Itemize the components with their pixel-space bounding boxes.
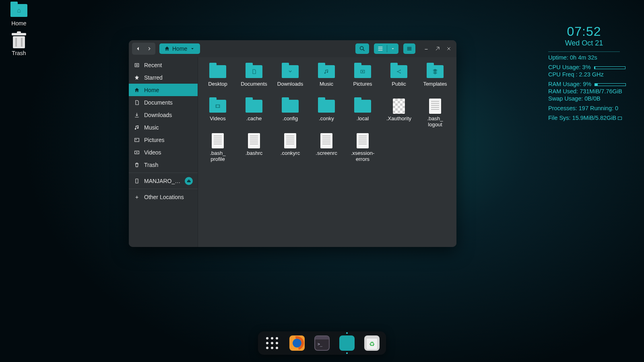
- chevron-down-icon: [390, 46, 395, 51]
- dock-firefox[interactable]: [289, 335, 305, 351]
- download-icon: [134, 112, 140, 118]
- file-item[interactable]: Public: [381, 62, 417, 97]
- sidebar: RecentStarredHomeDocumentsDownloadsMusic…: [129, 57, 198, 247]
- arrow-left-icon: [135, 46, 141, 51]
- star-icon: [134, 75, 140, 80]
- minimize-button[interactable]: [422, 44, 431, 53]
- svg-point-4: [136, 139, 136, 140]
- svg-point-2: [136, 64, 138, 66]
- file-label: .local: [357, 116, 369, 122]
- file-item[interactable]: .cache: [236, 97, 272, 131]
- folder-icon: [209, 100, 226, 113]
- file-item[interactable]: Downloads: [272, 62, 308, 97]
- document-icon: [320, 133, 332, 148]
- maximize-button[interactable]: [433, 44, 442, 53]
- file-item[interactable]: .Xauthority: [381, 97, 417, 131]
- sidebar-item-trash[interactable]: Trash: [129, 158, 198, 171]
- file-label: Pictures: [353, 81, 372, 87]
- folder-icon: [427, 65, 444, 78]
- file-item[interactable]: Documents: [236, 62, 272, 97]
- file-item[interactable]: .conkyrc: [272, 131, 308, 166]
- folder-icon: [354, 100, 371, 113]
- file-label: .config: [283, 116, 298, 122]
- file-item[interactable]: .local: [345, 97, 381, 131]
- sidebar-item-label: Home: [144, 87, 159, 93]
- picture-icon: [134, 137, 140, 143]
- folder-icon: [246, 65, 262, 78]
- file-item[interactable]: .config: [272, 97, 308, 131]
- path-label: Home: [172, 45, 187, 52]
- document-icon: [248, 133, 260, 148]
- file-item[interactable]: .screenrc: [308, 131, 345, 166]
- folder-icon: ⌂: [10, 2, 28, 19]
- sidebar-item-downloads[interactable]: Downloads: [129, 109, 198, 121]
- clock-time: 07:52: [548, 24, 620, 39]
- path-breadcrumb[interactable]: Home: [159, 43, 200, 54]
- close-button[interactable]: [444, 44, 453, 53]
- recent-icon: [134, 62, 140, 68]
- music-icon: [134, 125, 140, 130]
- sidebar-item-label: MANJARO_GN…: [144, 178, 181, 184]
- doc-icon: [134, 100, 140, 105]
- plus-icon: +: [134, 194, 140, 200]
- minimize-icon: [424, 46, 429, 51]
- file-label: Desktop: [208, 81, 227, 87]
- file-label: .Xauthority: [386, 116, 411, 122]
- sidebar-item-videos[interactable]: Videos: [129, 146, 198, 158]
- filesystem: File Sys: 15.9MiB/5.82GiB: [548, 115, 620, 121]
- eject-button[interactable]: ⏏: [185, 177, 193, 185]
- svg-point-0: [360, 47, 363, 50]
- file-label: Templates: [423, 81, 447, 87]
- file-item[interactable]: Pictures: [345, 62, 381, 97]
- file-item[interactable]: .conky: [308, 97, 345, 131]
- file-item[interactable]: .bashrc: [236, 131, 272, 166]
- file-item[interactable]: .xsession-errors: [345, 131, 381, 166]
- file-item[interactable]: .bash_profile: [200, 131, 236, 166]
- dock-terminal[interactable]: >_: [314, 335, 330, 351]
- apps-grid-icon: [266, 337, 278, 349]
- sidebar-item-starred[interactable]: Starred: [129, 71, 198, 84]
- list-icon: [377, 45, 384, 52]
- svg-point-10: [400, 70, 400, 70]
- folder-icon: [246, 100, 262, 113]
- file-manager-titlebar[interactable]: Home: [129, 40, 456, 57]
- desktop-icon-trash[interactable]: Trash: [5, 32, 33, 56]
- file-label: Downloads: [277, 81, 303, 87]
- sidebar-mount[interactable]: MANJARO_GN… ⏏: [129, 175, 198, 187]
- sidebar-item-label: Music: [144, 124, 159, 131]
- file-item[interactable]: Templates: [417, 62, 453, 97]
- dock-trash[interactable]: ♻: [364, 335, 380, 351]
- file-item[interactable]: Music: [308, 62, 345, 97]
- sidebar-item-pictures[interactable]: Pictures: [129, 134, 198, 146]
- cpu-freq: CPU Freq : 2.23 GHz: [548, 71, 620, 78]
- file-grid[interactable]: DesktopDocumentsDownloadsMusicPicturesPu…: [198, 57, 456, 247]
- sidebar-other-locations[interactable]: + Other Locations: [129, 191, 198, 203]
- sidebar-item-documents[interactable]: Documents: [129, 96, 198, 109]
- dock-apps-button[interactable]: [264, 335, 280, 351]
- sidebar-item-music[interactable]: Music: [129, 121, 198, 134]
- file-item[interactable]: Videos: [200, 97, 236, 131]
- trash-icon: [10, 32, 28, 48]
- folder-icon: [282, 65, 299, 78]
- file-item[interactable]: .bash_logout: [417, 97, 453, 131]
- file-label: .bash_logout: [427, 116, 443, 128]
- file-label: .conkyrc: [281, 150, 300, 156]
- search-button[interactable]: [355, 43, 369, 54]
- list-view-button[interactable]: [374, 43, 387, 54]
- file-label: .bash_profile: [210, 150, 225, 162]
- file-item[interactable]: Desktop: [200, 62, 236, 97]
- desktop-icon-home[interactable]: ⌂ Home: [5, 2, 33, 27]
- sidebar-item-home[interactable]: Home: [129, 84, 198, 96]
- forward-button[interactable]: [144, 43, 155, 54]
- dock-files[interactable]: [339, 335, 355, 351]
- close-icon: [446, 46, 451, 51]
- document-icon: [357, 133, 369, 148]
- sidebar-item-label: Downloads: [144, 112, 172, 118]
- file-label: Music: [320, 81, 333, 87]
- file-label: .cache: [246, 116, 262, 122]
- view-dropdown-button[interactable]: [387, 43, 398, 54]
- sidebar-item-recent[interactable]: Recent: [129, 59, 198, 71]
- hamburger-menu-button[interactable]: [403, 43, 415, 54]
- back-button[interactable]: [133, 43, 143, 54]
- file-label: Documents: [241, 81, 267, 87]
